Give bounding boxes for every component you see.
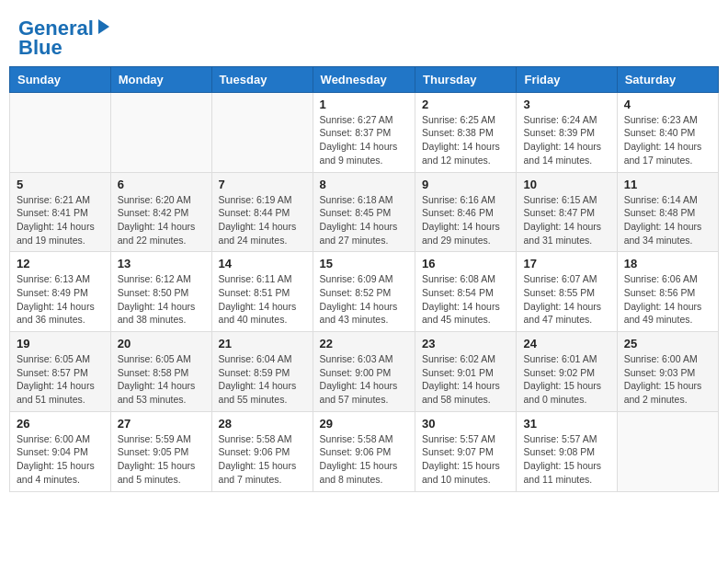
daylight-text: Daylight: 15 hours — [17, 460, 95, 471]
day-info: Sunrise: 6:13 AMSunset: 8:49 PMDaylight:… — [17, 272, 104, 327]
sunrise-text: Sunrise: 5:57 AM — [422, 433, 495, 444]
calendar-cell: 21Sunrise: 6:04 AMSunset: 8:59 PMDayligh… — [211, 332, 313, 412]
daylight-text: and 10 minutes. — [422, 474, 491, 485]
daylight-text: Daylight: 14 hours — [320, 301, 398, 312]
col-header-saturday: Saturday — [617, 66, 718, 92]
calendar-cell: 2Sunrise: 6:25 AMSunset: 8:38 PMDaylight… — [415, 92, 517, 172]
day-info: Sunrise: 6:02 AMSunset: 9:01 PMDaylight:… — [422, 352, 509, 407]
calendar-cell: 1Sunrise: 6:27 AMSunset: 8:37 PMDaylight… — [313, 92, 415, 172]
day-info: Sunrise: 6:27 AMSunset: 8:37 PMDaylight:… — [320, 113, 408, 167]
day-number: 6 — [118, 178, 205, 191]
sunrise-text: Sunrise: 6:12 AM — [118, 273, 191, 284]
day-info: Sunrise: 6:09 AMSunset: 8:52 PMDaylight:… — [320, 272, 408, 327]
day-info: Sunrise: 6:24 AMSunset: 8:39 PMDaylight:… — [523, 113, 609, 167]
col-header-wednesday: Wednesday — [313, 66, 415, 92]
sunrise-text: Sunrise: 5:57 AM — [523, 433, 597, 444]
day-info: Sunrise: 6:00 AMSunset: 9:03 PMDaylight:… — [624, 352, 711, 407]
daylight-text: Daylight: 14 hours — [219, 301, 297, 312]
day-info: Sunrise: 5:58 AMSunset: 9:06 PMDaylight:… — [320, 432, 408, 487]
sunrise-text: Sunrise: 6:07 AM — [523, 273, 597, 284]
sunrise-text: Sunrise: 6:21 AM — [17, 194, 90, 205]
day-info: Sunrise: 6:12 AMSunset: 8:50 PMDaylight:… — [118, 272, 205, 327]
sunset-text: Sunset: 9:08 PM — [523, 446, 595, 457]
page-header: General Blue — [9, 9, 719, 62]
day-info: Sunrise: 6:21 AMSunset: 8:41 PMDaylight:… — [17, 193, 104, 247]
daylight-text: and 7 minutes. — [219, 474, 282, 485]
sunset-text: Sunset: 8:38 PM — [422, 127, 494, 138]
sunset-text: Sunset: 8:37 PM — [320, 127, 392, 138]
daylight-text: and 12 minutes. — [422, 155, 491, 166]
day-info: Sunrise: 6:00 AMSunset: 9:04 PMDaylight:… — [17, 432, 104, 487]
sunrise-text: Sunrise: 6:19 AM — [219, 194, 292, 205]
day-number: 9 — [422, 178, 509, 191]
day-info: Sunrise: 6:03 AMSunset: 9:00 PMDaylight:… — [320, 352, 408, 407]
daylight-text: Daylight: 14 hours — [118, 380, 196, 391]
sunset-text: Sunset: 8:41 PM — [17, 207, 88, 218]
calendar-cell: 30Sunrise: 5:57 AMSunset: 9:07 PMDayligh… — [415, 411, 517, 491]
day-number: 5 — [17, 178, 104, 191]
day-number: 23 — [422, 337, 509, 350]
sunset-text: Sunset: 9:00 PM — [320, 367, 392, 378]
daylight-text: Daylight: 14 hours — [422, 141, 500, 152]
sunrise-text: Sunrise: 5:59 AM — [118, 433, 191, 444]
calendar-cell — [10, 92, 111, 172]
sunrise-text: Sunrise: 6:20 AM — [118, 194, 191, 205]
calendar-cell: 3Sunrise: 6:24 AMSunset: 8:39 PMDaylight… — [517, 92, 617, 172]
col-header-monday: Monday — [110, 66, 211, 92]
day-number: 25 — [624, 337, 711, 350]
day-number: 17 — [523, 257, 609, 270]
day-number: 3 — [523, 98, 609, 111]
logo-blue-text: Blue — [18, 39, 63, 57]
daylight-text: and 17 minutes. — [624, 155, 693, 166]
sunset-text: Sunset: 9:05 PM — [118, 446, 189, 457]
daylight-text: and 2 minutes. — [624, 394, 688, 405]
daylight-text: and 31 minutes. — [523, 235, 592, 246]
sunrise-text: Sunrise: 6:04 AM — [219, 353, 292, 364]
sunset-text: Sunset: 8:42 PM — [118, 207, 189, 218]
sunrise-text: Sunrise: 6:06 AM — [624, 273, 698, 284]
sunrise-text: Sunrise: 6:18 AM — [320, 194, 393, 205]
sunset-text: Sunset: 8:57 PM — [17, 367, 88, 378]
day-number: 16 — [422, 257, 509, 270]
daylight-text: Daylight: 14 hours — [118, 221, 196, 232]
sunset-text: Sunset: 8:48 PM — [624, 207, 696, 218]
sunrise-text: Sunrise: 6:05 AM — [17, 353, 90, 364]
daylight-text: and 19 minutes. — [17, 235, 85, 246]
daylight-text: Daylight: 15 hours — [523, 460, 601, 471]
daylight-text: Daylight: 15 hours — [219, 460, 297, 471]
calendar-cell: 8Sunrise: 6:18 AMSunset: 8:45 PMDaylight… — [313, 172, 415, 252]
daylight-text: Daylight: 14 hours — [219, 221, 297, 232]
daylight-text: and 22 minutes. — [118, 235, 187, 246]
day-info: Sunrise: 6:19 AMSunset: 8:44 PMDaylight:… — [219, 193, 306, 247]
daylight-text: and 9 minutes. — [320, 155, 383, 166]
day-info: Sunrise: 5:59 AMSunset: 9:05 PMDaylight:… — [118, 432, 205, 487]
day-number: 8 — [320, 178, 408, 191]
sunset-text: Sunset: 8:56 PM — [624, 287, 696, 298]
day-info: Sunrise: 6:16 AMSunset: 8:46 PMDaylight:… — [422, 193, 509, 247]
daylight-text: Daylight: 15 hours — [422, 460, 500, 471]
sunset-text: Sunset: 9:02 PM — [523, 367, 595, 378]
day-number: 27 — [118, 417, 205, 431]
daylight-text: and 45 minutes. — [422, 314, 491, 325]
calendar-table: SundayMondayTuesdayWednesdayThursdayFrid… — [9, 66, 719, 492]
calendar-cell — [617, 411, 718, 491]
calendar-cell — [110, 92, 211, 172]
daylight-text: and 14 minutes. — [523, 155, 592, 166]
calendar-week-row: 12Sunrise: 6:13 AMSunset: 8:49 PMDayligh… — [10, 252, 719, 332]
daylight-text: Daylight: 14 hours — [118, 301, 196, 312]
day-number: 20 — [118, 337, 205, 350]
sunset-text: Sunset: 8:50 PM — [118, 287, 189, 298]
day-info: Sunrise: 6:08 AMSunset: 8:54 PMDaylight:… — [422, 272, 509, 327]
day-info: Sunrise: 6:23 AMSunset: 8:40 PMDaylight:… — [624, 113, 711, 167]
day-number: 14 — [219, 257, 306, 270]
daylight-text: and 51 minutes. — [17, 394, 85, 405]
day-info: Sunrise: 6:20 AMSunset: 8:42 PMDaylight:… — [118, 193, 205, 247]
day-info: Sunrise: 6:06 AMSunset: 8:56 PMDaylight:… — [624, 272, 711, 327]
day-number: 10 — [523, 178, 609, 191]
logo-arrow-icon — [96, 19, 112, 36]
sunrise-text: Sunrise: 6:02 AM — [422, 353, 495, 364]
calendar-cell: 16Sunrise: 6:08 AMSunset: 8:54 PMDayligh… — [415, 252, 517, 332]
calendar-cell: 19Sunrise: 6:05 AMSunset: 8:57 PMDayligh… — [10, 332, 111, 412]
daylight-text: and 47 minutes. — [523, 314, 592, 325]
sunset-text: Sunset: 9:01 PM — [422, 367, 494, 378]
